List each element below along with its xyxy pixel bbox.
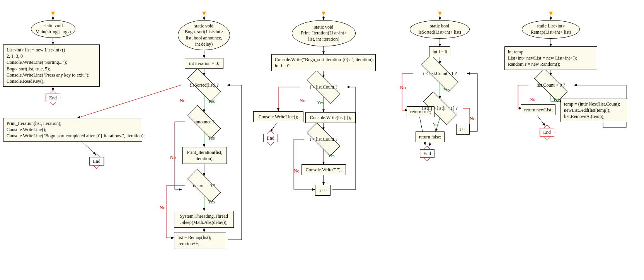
yes-label-8: Yes	[553, 97, 559, 102]
svg-line-16	[271, 121, 278, 131]
sorted-rect-no-inner: i++	[456, 124, 470, 135]
start-arrow	[51, 12, 55, 15]
bogo-rect-no: Print_Iteration(list, iteration);Console…	[3, 118, 142, 142]
print-rect3-text: i++	[320, 188, 326, 193]
bogo-rect2: Print_Iteration(list,iteration);	[182, 147, 227, 164]
remap-cond1-text: list.Count > 0 ?	[537, 82, 565, 88]
yes-label-3: Yes	[208, 199, 215, 205]
bogo-cond1-text: !IsSorted(list) ?	[190, 82, 219, 88]
bogo-cond3-text: delay != 0 ?	[193, 183, 215, 189]
print-title: static voidPrint_Iteration(List<int>list…	[301, 24, 347, 43]
yes-label-7: Yes	[433, 122, 439, 128]
bogo-end: End	[89, 155, 104, 168]
bogo-title-ellipse: static voidBogo_sort(List<int>list, bool…	[178, 20, 230, 50]
sorted-rect-no-inner-text: i++	[460, 126, 466, 132]
remap-rect1: int temp;List<int> newList = new List<in…	[504, 46, 597, 70]
remap-rect1-text: int temp;List<int> newList = new List<in…	[508, 49, 577, 67]
no-label-8: No	[530, 97, 535, 102]
main-end: End	[45, 91, 61, 104]
no-label: No	[180, 98, 186, 104]
print-rect-yes: Console.Write(list[i]);	[305, 112, 356, 123]
sorted-cond1: i < list.Count - 1 ?	[413, 64, 467, 83]
bogo-cond1: !IsSorted(list) ?	[181, 75, 227, 95]
yes-label-2: Yes	[208, 135, 215, 141]
remap-rect-no: return newList;	[521, 104, 555, 115]
print-rect-no-text: Console.WriteLine();	[259, 114, 298, 120]
print-rect1-text: Console.Write("Bogo_sort iteration {0}: …	[275, 57, 374, 68]
print-cond2-text: i < list.Count ?	[310, 137, 337, 142]
main-end-label: End	[46, 94, 60, 102]
print-rect2-text: Console.Write(" ");	[306, 167, 342, 172]
bogo-rect4: list = Remap(list);iteration++;	[174, 232, 226, 249]
start-arrow-3	[322, 12, 325, 15]
sorted-end-label: End	[420, 149, 434, 158]
sorted-cond2-text: list[i] > list[i + 1] ?	[422, 106, 458, 111]
print-end: End	[263, 131, 278, 145]
bogo-end-label: End	[89, 157, 104, 166]
print-rect-yes-text: Console.Write(list[i]);	[310, 115, 351, 120]
no-label-4: No	[300, 98, 305, 104]
sorted-end: End	[419, 147, 435, 160]
print-title-ellipse: static voidPrint_Iteration(List<int>list…	[292, 20, 356, 46]
print-rect3: i++	[315, 185, 331, 196]
start-arrow-5	[549, 12, 553, 15]
bogo-cond2-text: announce ?	[194, 119, 215, 125]
remap-end: End	[539, 126, 555, 139]
print-cond1-text: i < list.Count ?	[310, 84, 337, 90]
remap-title: static List<int>Remap(List<int> list)	[531, 23, 571, 35]
no-label-2: No	[170, 155, 176, 160]
print-end-label: End	[263, 134, 278, 142]
bogo-rect1: int iteration = 0;	[185, 58, 223, 69]
start-arrow-4	[438, 12, 442, 15]
remap-cond1: list.Count > 0 ?	[528, 75, 574, 95]
sorted-cond1-text: i < list.Count - 1 ?	[423, 71, 457, 77]
bogo-rect2-text: Print_Iteration(list,iteration);	[187, 150, 223, 161]
no-label-3: No	[160, 205, 165, 211]
svg-line-30	[536, 114, 545, 126]
bogo-rect4-text: list = Remap(list);iteration++;	[177, 235, 211, 246]
remap-title-ellipse: static List<int>Remap(List<int> list)	[522, 20, 580, 39]
bogo-cond3: delay != 0 ?	[181, 176, 227, 195]
bogo-title: static voidBogo_sort(List<int>list, bool…	[185, 23, 223, 47]
main-title-ellipse: static voidMain(string[] args)	[31, 20, 75, 38]
print-rect2: Console.Write(" ");	[302, 164, 346, 175]
yes-label-6: Yes	[443, 87, 450, 93]
print-cond1: i < list.Count ?	[300, 77, 347, 97]
sorted-rect-yes-text: return false;	[419, 134, 441, 140]
print-rect-no: Console.WriteLine();	[253, 111, 303, 122]
remap-rect-yes-text: temp = (int)r.Next(list.Count);newList.A…	[564, 101, 620, 119]
no-label-6: No	[400, 85, 406, 91]
sorted-title: static boolIsSorted(List<int> list)	[418, 23, 461, 35]
remap-end-label: End	[540, 128, 554, 137]
bogo-rect3: System.Threading.Thread.Sleep(Math.Abs(d…	[174, 211, 234, 228]
sorted-rect1: int i = 0	[429, 46, 450, 57]
bogo-rect3-text: System.Threading.Thread.Sleep(Math.Abs(d…	[180, 213, 228, 225]
no-label-5: No	[294, 168, 300, 174]
yes-label-5: Yes	[328, 153, 334, 159]
sorted-title-ellipse: static boolIsSorted(List<int> list)	[410, 20, 470, 39]
remap-rect-yes: temp = (int)r.Next(list.Count);newList.A…	[561, 99, 628, 122]
bogo-rect-no-text: Print_Iteration(list, iteration);Console…	[7, 121, 145, 138]
start-arrow-2	[202, 12, 206, 15]
print-cond2: i < list.Count ?	[300, 130, 347, 149]
bogo-rect1-text: int iteration = 0;	[189, 61, 219, 66]
no-label-7: No	[470, 116, 475, 122]
remap-rect-no-text: return newList;	[524, 107, 553, 113]
bogo-cond2: announce ?	[181, 112, 227, 131]
sorted-rect-yes: return false;	[416, 131, 445, 142]
main-rect1-text: List<int> list = new List<int>()2, 1, 3,…	[7, 47, 90, 84]
yes-label-4: Yes	[317, 100, 324, 106]
sorted-rect1-text: int i = 0	[433, 49, 447, 55]
print-rect1: Console.Write("Bogo_sort iteration {0}: …	[271, 54, 376, 71]
yes-label: Yes	[208, 99, 215, 104]
main-rect1: List<int> list = new List<int>()2, 1, 3,…	[3, 44, 100, 87]
main-title: static voidMain(string[] args)	[36, 23, 71, 35]
